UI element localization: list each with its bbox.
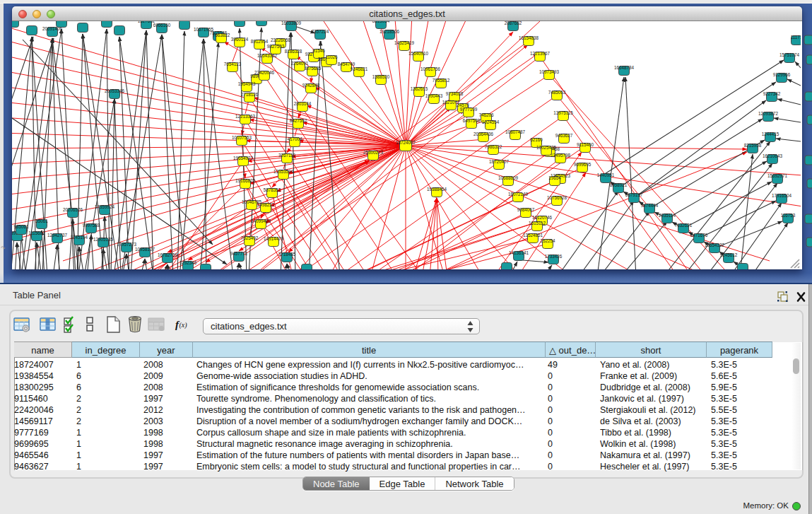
svg-text:10961756: 10961756 <box>420 66 441 71</box>
svg-text:5878352: 5878352 <box>264 187 281 192</box>
svg-text:13495798: 13495798 <box>551 153 571 158</box>
svg-text:12213967: 12213967 <box>530 51 551 56</box>
svg-text:1990443: 1990443 <box>425 93 443 98</box>
svg-text:16154838: 16154838 <box>519 35 539 40</box>
svg-text:18720407: 18720407 <box>489 159 510 164</box>
svg-text:9457771: 9457771 <box>230 251 248 256</box>
svg-text:2935114: 2935114 <box>659 213 676 218</box>
svg-text:8813054: 8813054 <box>372 21 390 23</box>
svg-text:3960124: 3960124 <box>231 37 249 42</box>
svg-text:8958921: 8958921 <box>610 182 628 187</box>
svg-text:3267110: 3267110 <box>278 153 296 158</box>
svg-text:10025435: 10025435 <box>536 145 557 150</box>
svg-text:9777109: 9777109 <box>460 107 478 112</box>
svg-text:9084067: 9084067 <box>517 207 535 212</box>
svg-text:1244415: 1244415 <box>762 132 779 136</box>
svg-text:16210643: 16210643 <box>763 153 783 158</box>
svg-text:13975115: 13975115 <box>553 110 573 115</box>
svg-text:9245612: 9245612 <box>720 252 738 257</box>
svg-text:15640910: 15640910 <box>408 51 429 56</box>
svg-text:7625402: 7625402 <box>241 235 259 240</box>
svg-text:2718126: 2718126 <box>241 92 259 97</box>
svg-text:16033809: 16033809 <box>281 21 302 25</box>
svg-text:20206576: 20206576 <box>63 207 83 212</box>
svg-text:1498222: 1498222 <box>257 202 275 207</box>
svg-text:1954943: 1954943 <box>238 81 256 86</box>
svg-text:12942737: 12942737 <box>47 233 68 238</box>
svg-text:7357224: 7357224 <box>312 29 329 34</box>
svg-text:2264091: 2264091 <box>291 61 309 66</box>
svg-text:1024554: 1024554 <box>482 119 500 124</box>
svg-text:8912954: 8912954 <box>251 39 269 44</box>
svg-text:13524851: 13524851 <box>523 233 543 238</box>
svg-text:9734028: 9734028 <box>446 91 464 96</box>
svg-text:18072149: 18072149 <box>508 192 529 197</box>
svg-text:746206: 746206 <box>478 112 494 117</box>
svg-text:25300273: 25300273 <box>363 150 384 155</box>
svg-text:(x): (x) <box>180 321 188 329</box>
svg-text:10756928: 10756928 <box>547 195 567 200</box>
svg-text:1615112: 1615112 <box>529 221 546 226</box>
svg-text:1733426: 1733426 <box>545 254 563 259</box>
svg-text:10107553: 10107553 <box>232 135 252 140</box>
svg-text:3875685: 3875685 <box>304 66 322 71</box>
svg-text:19166825: 19166825 <box>235 178 256 183</box>
svg-text:1362615: 1362615 <box>411 86 428 91</box>
svg-text:1440951: 1440951 <box>597 173 615 177</box>
svg-text:8215958: 8215958 <box>744 143 762 148</box>
svg-text:14055712: 14055712 <box>12 21 23 22</box>
svg-text:9242848: 9242848 <box>302 83 320 88</box>
svg-text:19654923: 19654923 <box>233 156 254 160</box>
svg-text:7632621: 7632621 <box>675 223 693 228</box>
svg-text:1115682: 1115682 <box>28 230 45 235</box>
svg-text:20053346: 20053346 <box>105 88 125 93</box>
svg-text:10973493: 10973493 <box>539 69 560 74</box>
svg-text:16953257: 16953257 <box>97 21 117 22</box>
svg-text:9115460: 9115460 <box>577 142 594 147</box>
svg-text:19218506: 19218506 <box>379 29 400 34</box>
svg-text:8427552: 8427552 <box>290 118 307 123</box>
svg-text:2087682: 2087682 <box>505 21 522 25</box>
svg-text:10807487: 10807487 <box>505 129 526 134</box>
svg-text:116753: 116753 <box>781 213 796 218</box>
svg-text:7986322: 7986322 <box>485 144 502 149</box>
svg-text:8454749: 8454749 <box>338 62 355 66</box>
svg-text:9146821: 9146821 <box>351 66 368 71</box>
svg-text:7955812: 7955812 <box>433 78 450 83</box>
svg-text:11171: 11171 <box>791 35 801 40</box>
svg-text:9129966: 9129966 <box>773 72 791 77</box>
svg-text:7485063: 7485063 <box>548 90 566 95</box>
svg-text:7663822: 7663822 <box>213 33 230 37</box>
svg-text:10688609: 10688609 <box>498 175 519 180</box>
svg-text:19654: 19654 <box>548 175 561 180</box>
svg-text:15751074: 15751074 <box>779 52 800 57</box>
svg-text:17957273: 17957273 <box>117 242 137 247</box>
svg-text:20364436: 20364436 <box>473 132 494 136</box>
svg-text:9227342: 9227342 <box>763 91 781 96</box>
svg-text:23226058: 23226058 <box>271 37 291 42</box>
svg-text:81546: 81546 <box>312 48 325 53</box>
svg-text:985061: 985061 <box>13 224 29 229</box>
svg-text:19388454: 19388454 <box>427 187 447 192</box>
svg-text:9699695: 9699695 <box>574 162 592 167</box>
svg-text:9463627: 9463627 <box>555 133 573 138</box>
svg-text:12213363: 12213363 <box>235 114 256 119</box>
svg-text:16648784: 16648784 <box>614 65 635 70</box>
svg-text:17359924: 17359924 <box>95 204 115 209</box>
svg-text:1588520: 1588520 <box>372 74 390 79</box>
svg-text:6497508: 6497508 <box>463 118 481 123</box>
svg-text:2803144: 2803144 <box>294 101 312 106</box>
svg-text:9997588: 9997588 <box>83 223 100 228</box>
svg-text:9827503: 9827503 <box>267 44 285 49</box>
svg-text:7654123: 7654123 <box>224 62 242 66</box>
svg-text:1292346: 1292346 <box>180 260 197 265</box>
svg-text:3718485: 3718485 <box>278 252 296 257</box>
svg-text:16782759: 16782759 <box>158 252 178 257</box>
svg-text:14325419: 14325419 <box>394 40 415 45</box>
svg-text:16543362: 16543362 <box>257 53 278 58</box>
svg-text:12905135: 12905135 <box>93 237 114 242</box>
svg-text:6679197: 6679197 <box>625 192 643 197</box>
svg-text:10958107: 10958107 <box>135 247 155 252</box>
svg-text:14136141: 14136141 <box>509 250 529 255</box>
svg-text:55061: 55061 <box>35 218 48 223</box>
